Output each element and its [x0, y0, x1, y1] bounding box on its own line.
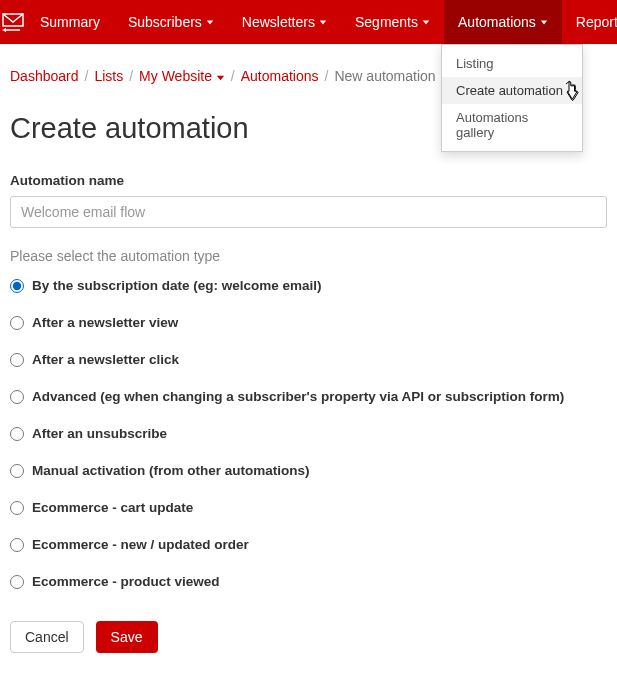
breadcrumb-dashboard[interactable]: Dashboard — [10, 68, 79, 84]
automation-type-option: By the subscription date (eg: welcome em… — [10, 278, 607, 293]
caret-down-icon — [206, 18, 214, 26]
breadcrumb-separator: / — [85, 68, 89, 84]
automation-name-label: Automation name — [10, 173, 607, 188]
svg-marker-4 — [320, 20, 326, 24]
nav-item-segments[interactable]: Segments — [341, 0, 444, 44]
envelope-logo-icon — [0, 10, 26, 34]
automation-type-label[interactable]: Ecommerce - product viewed — [32, 574, 220, 589]
automation-type-radio[interactable] — [10, 316, 24, 330]
breadcrumb-separator: / — [231, 68, 235, 84]
automation-type-radio[interactable] — [10, 353, 24, 367]
automation-type-option: Ecommerce - new / updated order — [10, 537, 607, 552]
top-nav: SummarySubscribersNewslettersSegmentsAut… — [0, 0, 617, 44]
svg-marker-6 — [541, 20, 547, 24]
breadcrumb-separator: / — [325, 68, 329, 84]
nav-item-label: Newsletters — [242, 14, 315, 30]
svg-marker-2 — [2, 28, 6, 32]
breadcrumb-automations[interactable]: Automations — [241, 68, 319, 84]
automation-type-radio[interactable] — [10, 390, 24, 404]
dropdown-item-automations-gallery[interactable]: Automations gallery — [442, 104, 582, 146]
nav-item-label: Reports — [576, 14, 617, 30]
automation-type-label[interactable]: Ecommerce - cart update — [32, 500, 193, 515]
automation-type-radio[interactable] — [10, 501, 24, 515]
automation-type-radio[interactable] — [10, 427, 24, 441]
nav-list: SummarySubscribersNewslettersSegmentsAut… — [26, 0, 617, 44]
automation-type-radio[interactable] — [10, 538, 24, 552]
svg-marker-3 — [207, 20, 213, 24]
save-button[interactable]: Save — [96, 621, 158, 653]
automation-type-label[interactable]: After an unsubscribe — [32, 426, 167, 441]
nav-item-reports[interactable]: Reports — [562, 0, 617, 44]
automations-dropdown: ListingCreate automationAutomations gall… — [441, 44, 583, 152]
breadcrumb-current: New automation — [334, 68, 435, 84]
caret-down-icon — [540, 18, 548, 26]
caret-down-icon — [319, 18, 327, 26]
automation-type-radio[interactable] — [10, 575, 24, 589]
dropdown-item-create-automation[interactable]: Create automation — [442, 77, 582, 104]
cancel-button[interactable]: Cancel — [10, 621, 84, 653]
automation-type-label[interactable]: By the subscription date (eg: welcome em… — [32, 278, 322, 293]
nav-item-subscribers[interactable]: Subscribers — [114, 0, 228, 44]
automation-type-radio[interactable] — [10, 464, 24, 478]
breadcrumb-lists[interactable]: Lists — [94, 68, 123, 84]
svg-marker-8 — [217, 75, 224, 80]
nav-item-label: Subscribers — [128, 14, 202, 30]
caret-down-icon — [422, 18, 430, 26]
automation-type-label[interactable]: Advanced (eg when changing a subscriber'… — [32, 389, 564, 404]
nav-item-newsletters[interactable]: Newsletters — [228, 0, 341, 44]
automation-type-label[interactable]: After a newsletter click — [32, 352, 179, 367]
automation-type-option: Advanced (eg when changing a subscriber'… — [10, 389, 607, 404]
automation-type-option: After a newsletter view — [10, 315, 607, 330]
automation-type-hint: Please select the automation type — [10, 248, 607, 264]
breadcrumb-site-picker[interactable]: My Website — [139, 68, 225, 84]
automation-type-option: Ecommerce - cart update — [10, 500, 607, 515]
automation-type-label[interactable]: After a newsletter view — [32, 315, 178, 330]
app-logo[interactable] — [0, 0, 26, 44]
automation-type-option: Ecommerce - product viewed — [10, 574, 607, 589]
automation-type-option: After an unsubscribe — [10, 426, 607, 441]
svg-marker-5 — [423, 20, 429, 24]
automation-type-radio[interactable] — [10, 279, 24, 293]
automation-name-input[interactable] — [10, 196, 607, 228]
breadcrumb-separator: / — [129, 68, 133, 84]
automation-type-label[interactable]: Ecommerce - new / updated order — [32, 537, 249, 552]
automation-type-option: Manual activation (from other automation… — [10, 463, 607, 478]
dropdown-item-listing[interactable]: Listing — [442, 50, 582, 77]
nav-item-label: Automations — [458, 14, 536, 30]
automation-type-label[interactable]: Manual activation (from other automation… — [32, 463, 310, 478]
nav-item-label: Segments — [355, 14, 418, 30]
nav-item-automations[interactable]: Automations — [444, 0, 562, 44]
automation-type-option: After a newsletter click — [10, 352, 607, 367]
nav-item-summary[interactable]: Summary — [26, 0, 114, 44]
caret-down-icon — [216, 68, 225, 84]
form-actions: Cancel Save — [10, 621, 607, 653]
automation-type-group: By the subscription date (eg: welcome em… — [10, 278, 607, 589]
nav-item-label: Summary — [40, 14, 100, 30]
